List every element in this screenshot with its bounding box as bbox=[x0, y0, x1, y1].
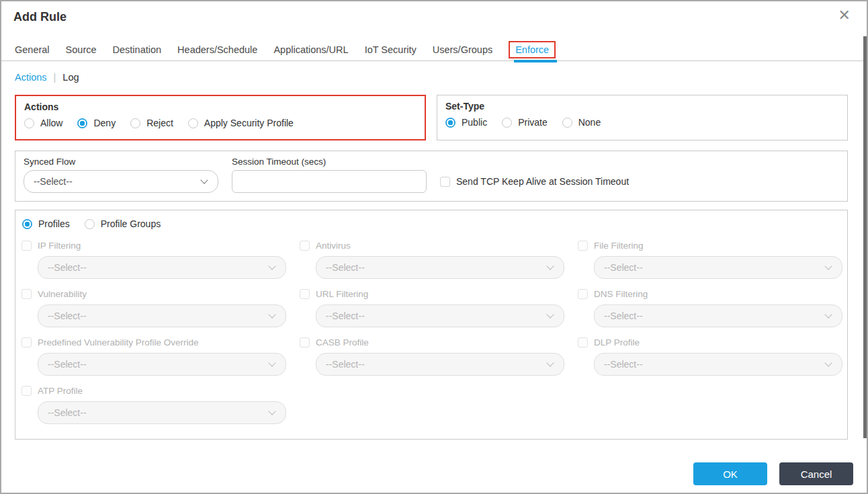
checkbox-icon[interactable] bbox=[21, 386, 32, 396]
radio-icon[interactable] bbox=[130, 118, 140, 128]
subnav-separator: | bbox=[54, 72, 56, 83]
radio-icon[interactable] bbox=[562, 118, 572, 128]
radio-icon[interactable] bbox=[445, 118, 455, 128]
radio-icon[interactable] bbox=[188, 118, 198, 128]
chevron-down-icon bbox=[546, 359, 554, 366]
select-value: --Select-- bbox=[604, 262, 643, 273]
radio-allow[interactable]: Allow bbox=[24, 118, 62, 128]
tab-enforce[interactable]: Enforce bbox=[509, 41, 556, 58]
select-value: --Select-- bbox=[48, 407, 87, 418]
checkbox-icon[interactable] bbox=[21, 289, 32, 299]
field-label: ATP Profile bbox=[38, 386, 83, 396]
checkbox-icon[interactable] bbox=[21, 241, 32, 251]
radio-allow-label: Allow bbox=[40, 118, 62, 128]
checkbox-icon[interactable] bbox=[440, 177, 450, 187]
radio-profile-groups[interactable]: Profile Groups bbox=[85, 218, 161, 229]
radio-profile-groups-label: Profile Groups bbox=[101, 218, 161, 229]
tab-headers-schedule[interactable]: Headers/Schedule bbox=[177, 44, 257, 55]
radio-icon[interactable] bbox=[85, 219, 95, 229]
flow-section: Synced Flow --Select-- Session Timeout (… bbox=[15, 151, 848, 202]
page-title: Add Rule bbox=[13, 10, 67, 24]
field-antivirus: Antivirus --Select-- bbox=[316, 239, 564, 279]
select-value: --Select-- bbox=[604, 359, 643, 370]
select-value: --Select-- bbox=[48, 359, 87, 370]
dns-filtering-select: --Select-- bbox=[594, 304, 842, 327]
tab-destination[interactable]: Destination bbox=[113, 44, 162, 55]
field-label: Predefined Vulnerability Profile Overrid… bbox=[38, 337, 199, 347]
vulnerability-select: --Select-- bbox=[38, 304, 286, 327]
url-filtering-select: --Select-- bbox=[316, 304, 564, 327]
field-dlp-profile: DLP Profile --Select-- bbox=[594, 335, 842, 376]
radio-icon[interactable] bbox=[77, 118, 87, 128]
field-label: Vulnerability bbox=[38, 289, 87, 299]
radio-none[interactable]: None bbox=[562, 117, 601, 128]
radio-apply-security-profile-label: Apply Security Profile bbox=[204, 118, 294, 128]
radio-reject-label: Reject bbox=[146, 118, 173, 128]
set-type-section: Set-Type Public Private None bbox=[437, 95, 848, 140]
tab-source[interactable]: Source bbox=[66, 44, 97, 55]
chevron-down-icon bbox=[268, 407, 275, 415]
chevron-down-icon bbox=[268, 311, 275, 318]
chevron-down-icon bbox=[546, 311, 554, 318]
checkbox-icon[interactable] bbox=[578, 289, 588, 299]
subnav-log-link[interactable]: Log bbox=[62, 72, 79, 83]
radio-private-label: Private bbox=[518, 117, 548, 128]
ip-filtering-select: --Select-- bbox=[38, 256, 286, 279]
radio-deny[interactable]: Deny bbox=[77, 118, 116, 128]
session-timeout-input[interactable] bbox=[232, 170, 427, 193]
radio-public-label: Public bbox=[462, 117, 487, 128]
session-timeout-label: Session Timeout (secs) bbox=[232, 157, 326, 167]
field-atp-profile: ATP Profile --Select-- bbox=[38, 384, 286, 424]
radio-private[interactable]: Private bbox=[502, 117, 548, 128]
radio-icon[interactable] bbox=[502, 118, 512, 128]
field-label: DNS Filtering bbox=[594, 289, 648, 299]
tab-iot-security[interactable]: IoT Security bbox=[365, 44, 417, 55]
field-label: DLP Profile bbox=[594, 337, 640, 347]
checkbox-icon[interactable] bbox=[300, 289, 310, 299]
radio-none-label: None bbox=[578, 117, 601, 128]
select-value: --Select-- bbox=[48, 262, 87, 273]
chevron-down-icon bbox=[268, 262, 275, 270]
close-icon[interactable]: ✕ bbox=[838, 8, 851, 23]
synced-flow-value: --Select-- bbox=[34, 176, 73, 187]
file-filtering-select: --Select-- bbox=[594, 256, 842, 279]
radio-profiles-label: Profiles bbox=[38, 218, 70, 229]
checkbox-icon[interactable] bbox=[300, 337, 310, 347]
tcp-keep-alive-label: Send TCP Keep Alive at Session Timeout bbox=[456, 176, 629, 187]
tab-applications-url[interactable]: Applications/URL bbox=[273, 44, 348, 55]
radio-profiles[interactable]: Profiles bbox=[22, 218, 70, 229]
chevron-down-icon bbox=[824, 311, 832, 318]
radio-public[interactable]: Public bbox=[445, 117, 487, 128]
add-rule-dialog: Add Rule ✕ General Source Destination He… bbox=[0, 0, 868, 494]
chevron-down-icon bbox=[200, 176, 208, 183]
antivirus-select: --Select-- bbox=[316, 256, 564, 279]
field-label: IP Filtering bbox=[38, 241, 81, 251]
radio-apply-security-profile[interactable]: Apply Security Profile bbox=[188, 118, 294, 128]
chevron-down-icon bbox=[268, 359, 275, 366]
tab-general[interactable]: General bbox=[15, 44, 50, 55]
field-label: Antivirus bbox=[316, 241, 351, 251]
radio-reject[interactable]: Reject bbox=[130, 118, 173, 128]
casb-profile-select: --Select-- bbox=[316, 353, 564, 376]
tab-users-groups[interactable]: Users/Groups bbox=[433, 44, 492, 55]
checkbox-icon[interactable] bbox=[21, 337, 32, 347]
profiles-section: Profiles Profile Groups IP Filtering --S… bbox=[15, 210, 848, 440]
checkbox-icon[interactable] bbox=[300, 241, 310, 251]
field-url-filtering: URL Filtering --Select-- bbox=[316, 287, 564, 327]
enforce-subnav: Actions | Log bbox=[15, 72, 79, 83]
field-ip-filtering: IP Filtering --Select-- bbox=[38, 239, 286, 279]
cancel-button[interactable]: Cancel bbox=[779, 462, 853, 485]
predefined-vulnerability-override-select: --Select-- bbox=[38, 353, 286, 376]
tab-bar: General Source Destination Headers/Sched… bbox=[1, 39, 867, 61]
ok-button[interactable]: OK bbox=[693, 462, 767, 485]
chevron-down-icon bbox=[824, 359, 832, 366]
radio-icon[interactable] bbox=[24, 118, 34, 128]
tcp-keep-alive-option[interactable]: Send TCP Keep Alive at Session Timeout bbox=[440, 176, 629, 187]
checkbox-icon[interactable] bbox=[578, 241, 588, 251]
vertical-scrollbar[interactable] bbox=[863, 36, 868, 438]
radio-icon[interactable] bbox=[22, 219, 32, 229]
checkbox-icon[interactable] bbox=[578, 337, 588, 347]
subnav-actions-link[interactable]: Actions bbox=[15, 72, 47, 83]
synced-flow-select[interactable]: --Select-- bbox=[24, 170, 218, 193]
field-label: URL Filtering bbox=[316, 289, 368, 299]
